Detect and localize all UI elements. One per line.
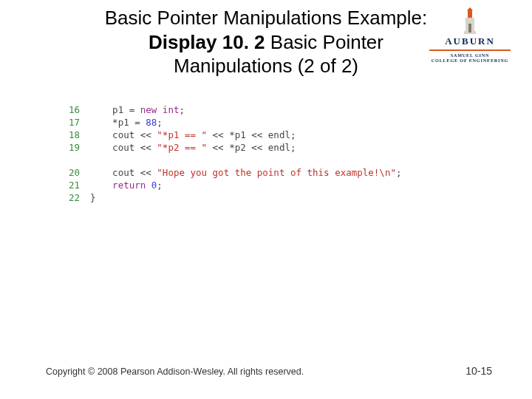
code-line: 18 cout << "*p1 == " << *p1 << endl; [65,129,401,141]
code-text: } [90,191,96,204]
title-line1: Basic Pointer Manipulations Example: [105,7,427,29]
code-text: p1 = new int; [90,103,185,116]
title-tail: Basic Pointer [265,31,383,53]
title-line3: Manipulations (2 of 2) [174,55,358,77]
code-line: 22} [65,191,401,204]
line-number: 18 [65,129,90,141]
auburn-tower-icon [461,7,479,34]
slide: Basic Pointer Manipulations Example: Dis… [0,0,532,399]
line-number: 16 [65,103,90,116]
code-text: *p1 = 88; [90,116,163,129]
code-text: cout << "Hope you got the point of this … [90,166,401,179]
line-number: 19 [65,141,90,154]
logo-sub2: COLLEGE OF ENGINEERING [426,58,514,63]
code-line: 19 cout << "*p2 == " << *p2 << endl; [65,141,401,154]
line-number: 22 [65,191,90,204]
logo-sub1: SAMUEL GINN [426,52,514,58]
line-number: 20 [65,166,90,179]
svg-rect-4 [468,24,471,33]
blank-line [65,154,401,166]
copyright-text: Copyright © 2008 Pearson Addison-Wesley.… [46,366,304,377]
logo-divider [429,50,511,51]
svg-rect-0 [468,10,472,18]
code-line: 16 p1 = new int; [65,103,401,116]
svg-marker-1 [467,7,473,10]
auburn-logo: AUBURN SAMUEL GINN COLLEGE OF ENGINEERIN… [426,7,514,63]
logo-wordmark: AUBURN [426,35,514,47]
page-number: 10-15 [466,365,492,377]
code-line: 21 return 0; [65,179,401,191]
code-text: cout << "*p2 == " << *p2 << endl; [90,141,296,154]
slide-title: Basic Pointer Manipulations Example: Dis… [89,6,443,78]
code-line: 20 cout << "Hope you got the point of th… [65,166,401,179]
code-text: return 0; [90,179,163,191]
code-text: cout << "*p1 == " << *p1 << endl; [90,129,296,141]
code-line: 17 *p1 = 88; [65,116,401,129]
title-display-label: Display 10. 2 [149,31,265,53]
code-block: 16 p1 = new int;17 *p1 = 88;18 cout << "… [65,103,401,204]
line-number: 21 [65,179,90,191]
line-number: 17 [65,116,90,129]
